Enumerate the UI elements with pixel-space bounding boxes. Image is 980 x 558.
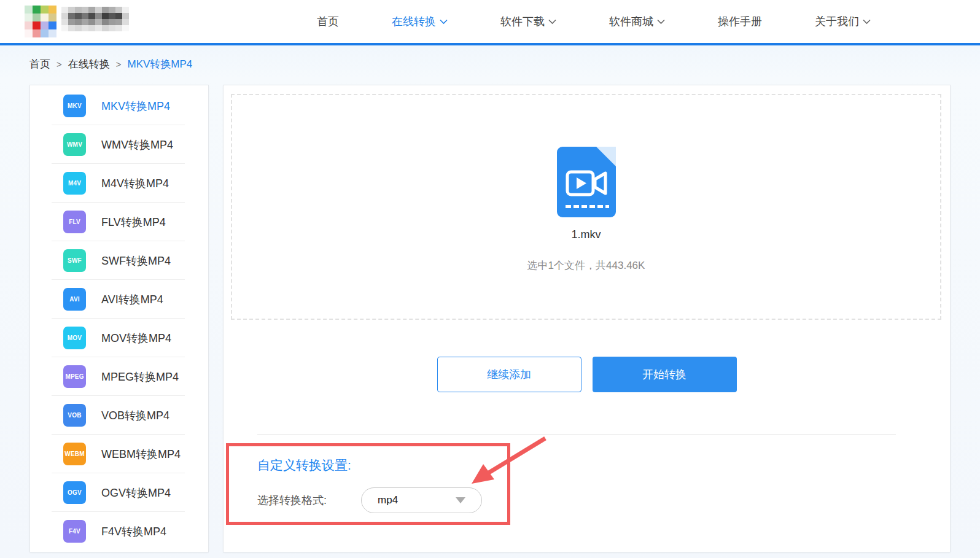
breadcrumb-current-page: MKV转换MP4 <box>128 57 193 71</box>
sidebar-item-webm[interactable]: WEBM WEBM转换MP4 <box>30 435 208 473</box>
sidebar-item-label: F4V转换MP4 <box>101 524 166 539</box>
sidebar-item-label: FLV转换MP4 <box>101 215 166 230</box>
swf-format-icon: SWF <box>63 249 86 272</box>
action-buttons: 继续添加 开始转换 <box>224 357 950 392</box>
custom-settings-title: 自定义转换设置: <box>257 457 351 474</box>
nav-label: 关于我们 <box>815 14 859 29</box>
sidebar-item-mpeg[interactable]: MPEG MPEG转换MP4 <box>30 357 208 396</box>
chevron-down-icon <box>657 19 665 25</box>
flv-format-icon: FLV <box>63 211 86 233</box>
sidebar-item-flv[interactable]: FLV FLV转换MP4 <box>30 203 208 241</box>
file-name: 1.mkv <box>571 228 601 241</box>
sidebar-item-mov[interactable]: MOV MOV转换MP4 <box>30 319 208 357</box>
selection-summary: 选中1个文件，共443.46K <box>527 258 645 273</box>
sidebar-item-swf[interactable]: SWF SWF转换MP4 <box>30 241 208 280</box>
breadcrumb-separator: > <box>56 59 62 69</box>
chevron-down-icon <box>548 19 556 25</box>
site-logo[interactable] <box>25 6 129 37</box>
webm-format-icon: WEBM <box>63 443 86 465</box>
logo-pixel-mark <box>25 6 56 37</box>
sidebar-item-label: WMV转换MP4 <box>101 138 173 152</box>
vob-format-icon: VOB <box>63 404 86 427</box>
sidebar-item-m4v[interactable]: M4V M4V转换MP4 <box>30 164 208 203</box>
logo-pixel-wordmark <box>61 7 129 31</box>
nav-item-about[interactable]: 关于我们 <box>815 14 871 29</box>
dropdown-caret-icon <box>456 497 465 503</box>
sidebar-item-label: MOV转换MP4 <box>101 331 171 346</box>
sidebar-item-label: MKV转换MP4 <box>101 99 170 114</box>
format-setting-row: 选择转换格式: mp4 <box>257 487 482 513</box>
nav-label: 首页 <box>317 14 339 29</box>
format-sidebar: MKV MKV转换MP4 WMV WMV转换MP4 M4V M4V转换MP4 F… <box>29 85 209 552</box>
add-more-button[interactable]: 继续添加 <box>437 357 581 392</box>
nav-label: 在线转换 <box>392 14 436 29</box>
sidebar-item-ogv[interactable]: OGV OGV转换MP4 <box>30 473 208 512</box>
chevron-down-icon <box>440 19 448 25</box>
mkv-format-icon: MKV <box>63 95 86 117</box>
mpeg-format-icon: MPEG <box>63 365 86 388</box>
top-navbar: 首页 在线转换 软件下载 软件商城 操作手册 关于我们 <box>0 0 980 45</box>
sidebar-item-label: M4V转换MP4 <box>101 176 169 191</box>
breadcrumb-home[interactable]: 首页 <box>29 57 50 71</box>
nav-item-home[interactable]: 首页 <box>317 14 339 29</box>
breadcrumb: 首页 > 在线转换 > MKV转换MP4 <box>29 48 192 80</box>
m4v-format-icon: M4V <box>63 172 86 195</box>
sidebar-item-wmv[interactable]: WMV WMV转换MP4 <box>30 125 208 164</box>
mov-format-icon: MOV <box>63 327 86 349</box>
ogv-format-icon: OGV <box>63 481 86 504</box>
sidebar-item-label: VOB转换MP4 <box>101 408 169 423</box>
selected-format-value: mp4 <box>378 494 398 506</box>
sidebar-item-label: SWF转换MP4 <box>101 254 171 268</box>
start-convert-button[interactable]: 开始转换 <box>593 357 737 392</box>
video-file-icon <box>557 147 616 217</box>
output-format-select[interactable]: mp4 <box>361 487 482 513</box>
nav-label: 软件下载 <box>500 14 545 29</box>
sidebar-item-label: AVI转换MP4 <box>101 292 163 307</box>
section-divider <box>257 434 896 435</box>
sidebar-item-mkv[interactable]: MKV MKV转换MP4 <box>30 87 208 125</box>
avi-format-icon: AVI <box>63 288 86 311</box>
wmv-format-icon: WMV <box>63 133 86 156</box>
sidebar-item-f4v[interactable]: F4V F4V转换MP4 <box>30 512 208 551</box>
f4v-format-icon: F4V <box>63 520 86 543</box>
format-select-label: 选择转换格式: <box>257 493 327 508</box>
breadcrumb-separator: > <box>116 59 122 69</box>
chevron-down-icon <box>863 19 871 25</box>
nav-item-software-store[interactable]: 软件商城 <box>609 14 665 29</box>
main-nav: 首页 在线转换 软件下载 软件商城 操作手册 关于我们 <box>317 14 980 29</box>
nav-item-software-download[interactable]: 软件下载 <box>500 14 556 29</box>
page: { "header": { "nav": [ {"label": "首页"}, … <box>0 0 980 558</box>
file-dropzone[interactable]: 1.mkv 选中1个文件，共443.46K <box>231 94 941 320</box>
sidebar-item-vob[interactable]: VOB VOB转换MP4 <box>30 396 208 435</box>
converter-panel: 1.mkv 选中1个文件，共443.46K 继续添加 开始转换 自定义转换设置:… <box>223 85 951 552</box>
sidebar-item-label: MPEG转换MP4 <box>101 370 179 384</box>
breadcrumb-online-convert[interactable]: 在线转换 <box>68 57 110 71</box>
sidebar-item-label: OGV转换MP4 <box>101 486 171 500</box>
nav-label: 操作手册 <box>718 14 762 29</box>
nav-item-manual[interactable]: 操作手册 <box>718 14 762 29</box>
nav-item-online-convert[interactable]: 在线转换 <box>392 14 448 29</box>
sidebar-item-label: WEBM转换MP4 <box>101 447 181 462</box>
sidebar-item-avi[interactable]: AVI AVI转换MP4 <box>30 280 208 319</box>
nav-label: 软件商城 <box>609 14 653 29</box>
